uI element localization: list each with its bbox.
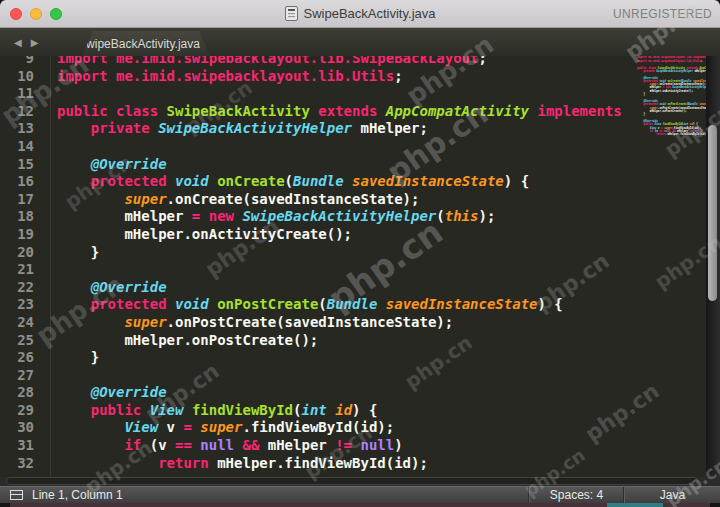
line-number: 31: [0, 437, 50, 455]
tab-swipebackactivity[interactable]: SwipeBackActivity.java ×: [82, 31, 210, 56]
minimize-window-button[interactable]: [30, 8, 42, 20]
code-line[interactable]: mHelper = new SwipeBackActivityHelper(th…: [57, 208, 637, 226]
code-token: ==: [175, 437, 192, 453]
code-token: mHelper;: [693, 69, 706, 72]
cursor-position[interactable]: Line 1, Column 1: [32, 488, 123, 502]
code-token: [57, 296, 91, 312]
code-token: &&: [242, 437, 259, 453]
code-token: findViewById: [192, 402, 293, 418]
vertical-scrollbar-thumb[interactable]: [708, 125, 717, 301]
horizontal-scrollbar-track[interactable]: [6, 477, 698, 485]
code-line[interactable]: return mHelper.findViewById(id);: [57, 455, 637, 473]
tab-nav: ◀ ▶: [14, 28, 38, 56]
tab-bar: ◀ ▶ SwipeBackActivity.java ×: [0, 28, 720, 56]
code-line[interactable]: public class SwipeBackActivity extends A…: [57, 103, 637, 121]
code-editor[interactable]: 9101112131415161718192021222324252627282…: [0, 56, 637, 477]
code-token: [209, 296, 217, 312]
traffic-lights: [10, 0, 62, 28]
code-line[interactable]: [57, 367, 637, 385]
indent-setting[interactable]: Spaces: 4: [528, 487, 624, 503]
code-line[interactable]: private SwipeBackActivityHelper mHelper;: [57, 120, 637, 138]
line-number: 9: [0, 56, 50, 68]
code-line[interactable]: super.onPostCreate(savedInstanceState);: [57, 314, 637, 332]
code-token: extends: [310, 103, 386, 119]
code-line[interactable]: public View findViewById(int id) {: [57, 402, 637, 420]
line-number: 14: [0, 138, 50, 156]
code-token: protected: [91, 173, 175, 189]
line-number: 18: [0, 208, 50, 226]
tab-close-icon[interactable]: ×: [207, 38, 214, 50]
code-token: ) {: [504, 173, 529, 189]
gutter[interactable]: 9101112131415161718192021222324252627282…: [0, 56, 50, 472]
code-token: [637, 133, 656, 136]
syntax-setting[interactable]: Java: [623, 487, 720, 503]
minimap-content: import me.imid.swipebacklayout.lib.Swipe…: [637, 56, 706, 136]
status-left[interactable]: Line 1, Column 1: [10, 487, 123, 503]
code-token: mHelper.findViewById(id);: [209, 455, 428, 471]
code-line[interactable]: return mHelper.findViewById(id);: [637, 133, 706, 136]
code-token: int: [301, 402, 326, 418]
code-token: Bundle: [327, 296, 378, 312]
minimap[interactable]: import me.imid.swipebacklayout.lib.Swipe…: [637, 56, 706, 477]
code-line[interactable]: private SwipeBackActivityHelper mHelper;: [637, 69, 706, 72]
line-number: 12: [0, 103, 50, 121]
code-token: View: [150, 402, 184, 418]
code-line[interactable]: @Override: [57, 279, 637, 297]
title-bar[interactable]: SwipeBackActivity.java UNREGISTERED: [0, 0, 720, 28]
code-token: [344, 173, 352, 189]
back-icon[interactable]: ◀: [14, 37, 22, 48]
code-token: v: [158, 419, 183, 435]
code-token: SwipeBackActivityHelper: [242, 208, 436, 224]
code-line[interactable]: protected void onCreate(Bundle savedInst…: [57, 173, 637, 191]
zoom-window-button[interactable]: [50, 8, 62, 20]
code-token: onPostCreate: [217, 296, 318, 312]
line-number: 25: [0, 332, 50, 350]
code-line[interactable]: @Override: [57, 384, 637, 402]
code-token: View: [124, 419, 158, 435]
code-token: .findViewById(id);: [242, 419, 394, 435]
window-title: SwipeBackActivity.java: [304, 6, 436, 21]
code-line[interactable]: View v = super.findViewById(id);: [57, 419, 637, 437]
code-line[interactable]: import me.imid.swipebacklayout.lib.Utils…: [637, 59, 706, 62]
code-token: @Override: [91, 279, 167, 295]
code-token: = new: [192, 208, 243, 224]
code-token: [57, 314, 124, 330]
code-line[interactable]: [57, 261, 637, 279]
line-number: 20: [0, 244, 50, 262]
line-number: 28: [0, 384, 50, 402]
code-token: [57, 402, 91, 418]
code-line[interactable]: import me.imid.swipebacklayout.lib.Utils…: [57, 68, 637, 86]
code-line[interactable]: import me.imid.swipebacklayout.lib.Swipe…: [57, 56, 637, 68]
forward-icon[interactable]: ▶: [31, 37, 39, 48]
code-token: savedInstanceState: [386, 296, 538, 312]
window-title-group: SwipeBackActivity.java: [285, 6, 436, 21]
code-line[interactable]: [57, 138, 637, 156]
line-number: 10: [0, 68, 50, 86]
code-line[interactable]: @Override: [57, 156, 637, 174]
code-line[interactable]: if (v == null && mHelper != null): [57, 437, 637, 455]
line-number: 26: [0, 349, 50, 367]
code-token: ;: [394, 68, 402, 84]
panel-toggle-icon[interactable]: [10, 490, 23, 500]
code-token: mHelper.onPostCreate();: [57, 332, 318, 348]
code-line[interactable]: }: [57, 244, 637, 262]
code-token: onCreate: [217, 173, 284, 189]
code-lines[interactable]: import me.imid.swipebacklayout.lib.Swipe…: [57, 56, 637, 472]
code-token: .onCreate(savedInstanceState);: [167, 191, 420, 207]
horizontal-scrollbar[interactable]: [0, 477, 720, 486]
code-line[interactable]: mHelper.onActivityCreate();: [57, 226, 637, 244]
code-token: @Override: [91, 156, 167, 172]
code-line[interactable]: [57, 85, 637, 103]
code-token: !=: [335, 437, 352, 453]
code-line[interactable]: mHelper.onPostCreate();: [57, 332, 637, 350]
code-token: private: [91, 120, 158, 136]
code-line[interactable]: super.onCreate(savedInstanceState);: [57, 191, 637, 209]
registration-status: UNREGISTERED: [613, 0, 712, 28]
code-token: SwipeBackActivityHelper: [656, 69, 693, 72]
close-window-button[interactable]: [10, 8, 22, 20]
line-number: 13: [0, 120, 50, 138]
vertical-scrollbar[interactable]: [706, 56, 720, 477]
code-line[interactable]: }: [57, 349, 637, 367]
code-token: super: [124, 314, 166, 330]
code-line[interactable]: protected void onPostCreate(Bundle saved…: [57, 296, 637, 314]
